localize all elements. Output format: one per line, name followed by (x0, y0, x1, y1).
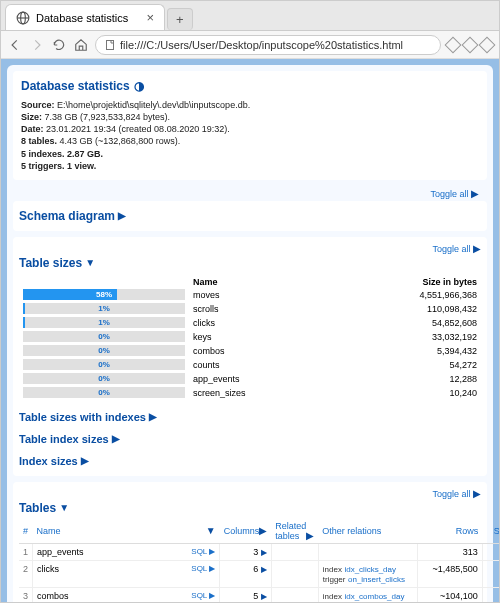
close-icon[interactable]: × (146, 10, 154, 25)
schema-panel: Schema diagram ▶ (13, 201, 487, 231)
table-sizes-toggle[interactable]: Table sizes ▼ (19, 254, 481, 272)
table-size-row: 0%app_events12,288 (19, 372, 481, 386)
sql-link[interactable]: SQL ▶ (191, 591, 215, 600)
table-size-row: 0%combos5,394,432 (19, 344, 481, 358)
new-tab-button[interactable]: + (167, 8, 193, 30)
table-size-row: 0%keys33,032,192 (19, 330, 481, 344)
table-size-row: 58%moves4,551,966,368 (19, 288, 481, 302)
table-size-row: 1%clicks54,852,608 (19, 316, 481, 330)
tab-title: Database statistics (36, 12, 128, 24)
extension-icon[interactable] (462, 36, 479, 53)
toggle-all-link[interactable]: Toggle all ▶ (432, 243, 481, 254)
table-row: 2clicksSQL ▶6 ▶index idx_clicks_daytrigg… (19, 560, 499, 587)
sql-link[interactable]: SQL ▶ (191, 547, 215, 556)
table-sizes-with-indexes-toggle[interactable]: Table sizes with indexes ▶ (19, 408, 481, 426)
home-button[interactable] (73, 37, 89, 53)
table-size-row: 0%screen_sizes10,240 (19, 386, 481, 400)
address-bar: file:///C:/Users/User/Desktop/inputscope… (1, 31, 499, 59)
table-index-sizes-toggle[interactable]: Table index sizes ▶ (19, 430, 481, 448)
security-icon[interactable] (445, 36, 462, 53)
svg-rect-3 (107, 40, 114, 49)
page-title: Database statistics ◑ (21, 79, 479, 93)
table-row: 3combosSQL ▶5 ▶index idx_combos_daytrigg… (19, 587, 499, 602)
url-input[interactable]: file:///C:/Users/User/Desktop/inputscope… (95, 35, 441, 55)
tables-panel: Toggle all ▶ Tables ▼ # Name▼ Columns▶ R… (13, 482, 487, 602)
tab-bar: Database statistics × + (1, 1, 499, 31)
toolbar-right (447, 39, 493, 51)
header-panel: Database statistics ◑ Source: E:\home\pr… (13, 71, 487, 180)
table-size-row: 0%counts54,272 (19, 358, 481, 372)
browser-tab[interactable]: Database statistics × (5, 4, 165, 30)
reload-button[interactable] (51, 37, 67, 53)
sql-link[interactable]: SQL ▶ (191, 564, 215, 573)
tables-toggle[interactable]: Tables ▼ (19, 499, 481, 517)
index-sizes-toggle[interactable]: Index sizes ▶ (19, 452, 481, 470)
table-size-row: 1%scrolls110,098,432 (19, 302, 481, 316)
table-row: 1app_eventsSQL ▶3 ▶31312,288 (19, 543, 499, 560)
schema-diagram-toggle[interactable]: Schema diagram ▶ (19, 207, 481, 225)
favicon-icon (16, 11, 30, 25)
url-text: file:///C:/Users/User/Desktop/inputscope… (120, 39, 403, 51)
settings-icon[interactable]: ◑ (134, 79, 144, 93)
toggle-all-link[interactable]: Toggle all ▶ (432, 488, 481, 499)
forward-button[interactable] (29, 37, 45, 53)
menu-icon[interactable] (479, 36, 496, 53)
table-sizes-panel: Toggle all ▶ Table sizes ▼ NameSize in b… (13, 237, 487, 476)
toggle-all-link[interactable]: Toggle all ▶ (13, 186, 487, 201)
file-icon (104, 39, 116, 51)
back-button[interactable] (7, 37, 23, 53)
